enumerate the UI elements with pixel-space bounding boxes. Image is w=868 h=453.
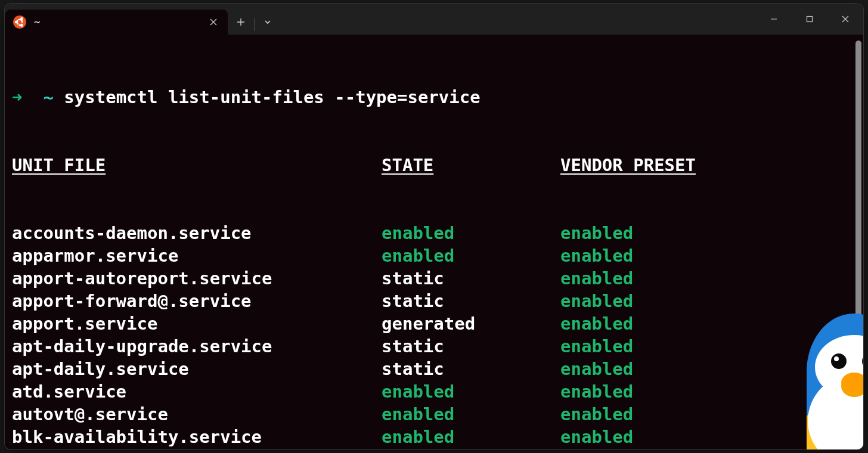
svg-rect-3 [807,17,813,22]
cell-vendor-preset: enabled [560,403,856,426]
cell-vendor-preset: enabled [560,335,856,358]
tab-title: ~ [33,17,197,27]
table-row: apt-daily.servicestaticenabled [12,358,856,380]
cell-unit-file: apport-forward@.service [12,290,382,312]
window-maximize-button[interactable] [792,4,827,35]
cell-state: static [382,358,560,380]
tab-close-button[interactable] [204,13,223,32]
cell-unit-file: apt-daily-upgrade.service [12,335,382,358]
table-row: accounts-daemon.serviceenabledenabled [12,222,856,244]
table-row: blk-availability.serviceenabledenabled [12,426,856,448]
cell-unit-file: bolt.service [12,448,382,449]
cell-state: enabled [382,244,560,267]
cell-state: static [382,267,560,290]
cell-state: enabled [382,222,560,244]
cell-state: enabled [382,380,560,403]
col-state: STATE [382,154,560,176]
new-tab-button[interactable] [228,11,254,33]
col-unit-file: UNIT FILE [12,154,382,176]
cell-state: generated [382,312,560,335]
table-body: accounts-daemon.serviceenabledenabledapp… [12,222,856,449]
tab-active[interactable]: ~ [5,10,228,35]
cell-unit-file: atd.service [12,380,382,403]
table-header: UNIT FILESTATEVENDOR PRESET [12,154,856,176]
table-row: apport-autoreport.servicestaticenabled [12,267,856,290]
scrollbar[interactable] [855,41,861,443]
col-vendor-preset: VENDOR PRESET [560,154,856,176]
window-minimize-button[interactable] [756,4,792,35]
terminal-viewport[interactable]: ➜ ~ systemctl list-unit-files --type=ser… [5,35,863,449]
table-row: apport.servicegeneratedenabled [12,312,856,335]
cell-vendor-preset: enabled [560,380,856,403]
cell-vendor-preset: enabled [560,426,856,448]
cell-unit-file: blk-availability.service [12,426,382,448]
cell-unit-file: accounts-daemon.service [12,222,382,244]
cell-vendor-preset: enabled [560,244,856,267]
prompt-arrow: ➜ [12,87,22,107]
table-row: apparmor.serviceenabledenabled [12,244,856,267]
prompt-cwd: ~ [43,87,53,107]
cell-unit-file: apport.service [12,312,382,335]
cell-vendor-preset: enabled [560,448,856,449]
cell-unit-file: apport-autoreport.service [12,267,382,290]
cell-unit-file: apt-daily.service [12,358,382,380]
tab-dropdown-button[interactable] [255,11,281,33]
prompt-command: systemctl list-unit-files --type=service [64,87,480,107]
terminal-window: ~ [5,4,863,449]
cell-state: static [382,448,560,449]
table-row: autovt@.serviceenabledenabled [12,403,856,426]
svg-point-9 [862,353,863,369]
scrollbar-thumb[interactable] [855,41,861,355]
ubuntu-icon [13,15,26,29]
window-close-button[interactable] [827,4,863,35]
cell-unit-file: apparmor.service [12,244,382,267]
prompt-line: ➜ ~ systemctl list-unit-files --type=ser… [12,86,856,108]
cell-state: enabled [382,426,560,448]
cell-vendor-preset: enabled [560,267,856,290]
title-bar: ~ [5,4,863,35]
cell-vendor-preset: enabled [560,312,856,335]
cell-state: static [382,290,560,312]
cell-vendor-preset: enabled [560,222,856,244]
cell-state: static [382,335,560,358]
cell-state: enabled [382,403,560,426]
table-row: apport-forward@.servicestaticenabled [12,290,856,312]
cell-unit-file: autovt@.service [12,403,382,426]
cell-vendor-preset: enabled [560,290,856,312]
cell-vendor-preset: enabled [560,358,856,380]
table-row: atd.serviceenabledenabled [12,380,856,403]
table-row: apt-daily-upgrade.servicestaticenabled [12,335,856,358]
tab-strip [228,4,863,35]
table-row: bolt.servicestaticenabled [12,448,856,449]
